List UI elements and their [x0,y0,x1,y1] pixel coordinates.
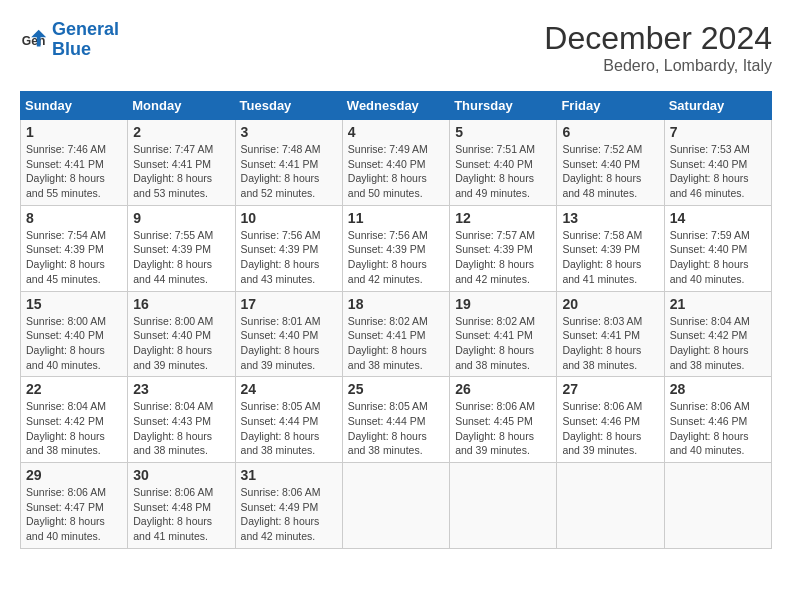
day-info: Sunrise: 8:01 AM Sunset: 4:40 PM Dayligh… [241,314,337,373]
day-number: 4 [348,124,444,140]
day-info: Sunrise: 7:49 AM Sunset: 4:40 PM Dayligh… [348,142,444,201]
calendar-cell [342,463,449,549]
day-info: Sunrise: 7:58 AM Sunset: 4:39 PM Dayligh… [562,228,658,287]
page-title: December 2024 [544,20,772,57]
day-info: Sunrise: 8:02 AM Sunset: 4:41 PM Dayligh… [348,314,444,373]
logo-icon: Gen [20,26,48,54]
calendar-cell: 19Sunrise: 8:02 AM Sunset: 4:41 PM Dayli… [450,291,557,377]
day-number: 23 [133,381,229,397]
day-info: Sunrise: 8:03 AM Sunset: 4:41 PM Dayligh… [562,314,658,373]
calendar-cell: 27Sunrise: 8:06 AM Sunset: 4:46 PM Dayli… [557,377,664,463]
calendar-cell: 23Sunrise: 8:04 AM Sunset: 4:43 PM Dayli… [128,377,235,463]
calendar-week-1: 1Sunrise: 7:46 AM Sunset: 4:41 PM Daylig… [21,120,772,206]
calendar-week-5: 29Sunrise: 8:06 AM Sunset: 4:47 PM Dayli… [21,463,772,549]
day-info: Sunrise: 7:57 AM Sunset: 4:39 PM Dayligh… [455,228,551,287]
day-number: 3 [241,124,337,140]
col-header-wednesday: Wednesday [342,92,449,120]
col-header-monday: Monday [128,92,235,120]
day-info: Sunrise: 7:47 AM Sunset: 4:41 PM Dayligh… [133,142,229,201]
calendar-cell: 29Sunrise: 8:06 AM Sunset: 4:47 PM Dayli… [21,463,128,549]
calendar-cell: 2Sunrise: 7:47 AM Sunset: 4:41 PM Daylig… [128,120,235,206]
day-info: Sunrise: 8:05 AM Sunset: 4:44 PM Dayligh… [348,399,444,458]
day-info: Sunrise: 8:06 AM Sunset: 4:48 PM Dayligh… [133,485,229,544]
day-number: 12 [455,210,551,226]
col-header-saturday: Saturday [664,92,771,120]
day-number: 17 [241,296,337,312]
calendar-cell: 5Sunrise: 7:51 AM Sunset: 4:40 PM Daylig… [450,120,557,206]
day-number: 16 [133,296,229,312]
calendar-cell: 10Sunrise: 7:56 AM Sunset: 4:39 PM Dayli… [235,205,342,291]
calendar-cell: 3Sunrise: 7:48 AM Sunset: 4:41 PM Daylig… [235,120,342,206]
day-info: Sunrise: 8:04 AM Sunset: 4:42 PM Dayligh… [670,314,766,373]
day-number: 1 [26,124,122,140]
page-header: Gen GeneralBlue December 2024 Bedero, Lo… [20,20,772,75]
day-number: 19 [455,296,551,312]
calendar-cell: 11Sunrise: 7:56 AM Sunset: 4:39 PM Dayli… [342,205,449,291]
calendar-cell: 20Sunrise: 8:03 AM Sunset: 4:41 PM Dayli… [557,291,664,377]
day-info: Sunrise: 8:06 AM Sunset: 4:46 PM Dayligh… [562,399,658,458]
day-number: 26 [455,381,551,397]
calendar-cell: 24Sunrise: 8:05 AM Sunset: 4:44 PM Dayli… [235,377,342,463]
calendar-cell: 30Sunrise: 8:06 AM Sunset: 4:48 PM Dayli… [128,463,235,549]
day-info: Sunrise: 8:06 AM Sunset: 4:46 PM Dayligh… [670,399,766,458]
logo-text: GeneralBlue [52,20,119,60]
calendar-cell: 31Sunrise: 8:06 AM Sunset: 4:49 PM Dayli… [235,463,342,549]
calendar-cell [557,463,664,549]
calendar-week-3: 15Sunrise: 8:00 AM Sunset: 4:40 PM Dayli… [21,291,772,377]
day-number: 2 [133,124,229,140]
day-number: 10 [241,210,337,226]
calendar-cell: 14Sunrise: 7:59 AM Sunset: 4:40 PM Dayli… [664,205,771,291]
title-block: December 2024 Bedero, Lombardy, Italy [544,20,772,75]
day-info: Sunrise: 8:05 AM Sunset: 4:44 PM Dayligh… [241,399,337,458]
calendar-cell: 12Sunrise: 7:57 AM Sunset: 4:39 PM Dayli… [450,205,557,291]
calendar-cell: 17Sunrise: 8:01 AM Sunset: 4:40 PM Dayli… [235,291,342,377]
day-number: 6 [562,124,658,140]
calendar-cell: 9Sunrise: 7:55 AM Sunset: 4:39 PM Daylig… [128,205,235,291]
day-info: Sunrise: 8:06 AM Sunset: 4:47 PM Dayligh… [26,485,122,544]
day-info: Sunrise: 8:06 AM Sunset: 4:49 PM Dayligh… [241,485,337,544]
day-number: 11 [348,210,444,226]
day-info: Sunrise: 7:56 AM Sunset: 4:39 PM Dayligh… [348,228,444,287]
calendar-cell: 22Sunrise: 8:04 AM Sunset: 4:42 PM Dayli… [21,377,128,463]
day-info: Sunrise: 7:54 AM Sunset: 4:39 PM Dayligh… [26,228,122,287]
day-number: 31 [241,467,337,483]
day-info: Sunrise: 7:55 AM Sunset: 4:39 PM Dayligh… [133,228,229,287]
day-info: Sunrise: 7:46 AM Sunset: 4:41 PM Dayligh… [26,142,122,201]
calendar-week-4: 22Sunrise: 8:04 AM Sunset: 4:42 PM Dayli… [21,377,772,463]
day-number: 22 [26,381,122,397]
calendar-cell: 6Sunrise: 7:52 AM Sunset: 4:40 PM Daylig… [557,120,664,206]
calendar-week-2: 8Sunrise: 7:54 AM Sunset: 4:39 PM Daylig… [21,205,772,291]
calendar-cell: 25Sunrise: 8:05 AM Sunset: 4:44 PM Dayli… [342,377,449,463]
calendar-cell: 18Sunrise: 8:02 AM Sunset: 4:41 PM Dayli… [342,291,449,377]
day-info: Sunrise: 7:48 AM Sunset: 4:41 PM Dayligh… [241,142,337,201]
calendar-cell [450,463,557,549]
day-number: 5 [455,124,551,140]
day-number: 18 [348,296,444,312]
day-info: Sunrise: 7:59 AM Sunset: 4:40 PM Dayligh… [670,228,766,287]
day-info: Sunrise: 7:56 AM Sunset: 4:39 PM Dayligh… [241,228,337,287]
col-header-tuesday: Tuesday [235,92,342,120]
day-number: 20 [562,296,658,312]
day-info: Sunrise: 8:04 AM Sunset: 4:42 PM Dayligh… [26,399,122,458]
calendar-cell: 7Sunrise: 7:53 AM Sunset: 4:40 PM Daylig… [664,120,771,206]
page-subtitle: Bedero, Lombardy, Italy [544,57,772,75]
day-number: 30 [133,467,229,483]
day-number: 14 [670,210,766,226]
day-number: 13 [562,210,658,226]
calendar-cell: 1Sunrise: 7:46 AM Sunset: 4:41 PM Daylig… [21,120,128,206]
day-info: Sunrise: 8:00 AM Sunset: 4:40 PM Dayligh… [133,314,229,373]
day-number: 24 [241,381,337,397]
col-header-thursday: Thursday [450,92,557,120]
calendar-cell: 26Sunrise: 8:06 AM Sunset: 4:45 PM Dayli… [450,377,557,463]
day-number: 9 [133,210,229,226]
day-info: Sunrise: 7:52 AM Sunset: 4:40 PM Dayligh… [562,142,658,201]
col-header-sunday: Sunday [21,92,128,120]
col-header-friday: Friday [557,92,664,120]
day-info: Sunrise: 7:53 AM Sunset: 4:40 PM Dayligh… [670,142,766,201]
day-number: 28 [670,381,766,397]
calendar-cell [664,463,771,549]
logo: Gen GeneralBlue [20,20,119,60]
day-number: 29 [26,467,122,483]
day-info: Sunrise: 8:02 AM Sunset: 4:41 PM Dayligh… [455,314,551,373]
calendar-cell: 16Sunrise: 8:00 AM Sunset: 4:40 PM Dayli… [128,291,235,377]
